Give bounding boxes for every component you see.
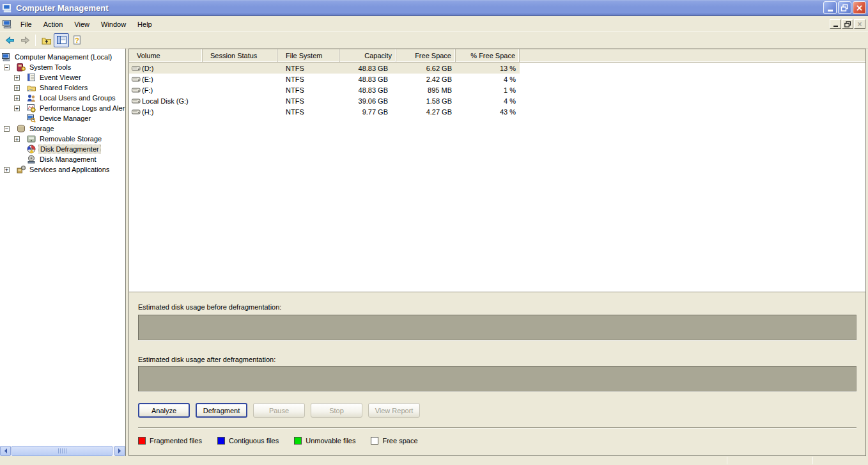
tree-item-event-viewer[interactable]: +Event Viewer: [0, 72, 125, 83]
tree-item-shared-folders[interactable]: +Shared Folders: [0, 83, 125, 93]
forward-arrow-icon: [20, 35, 30, 45]
menu-view[interactable]: View: [68, 19, 95, 30]
services-icon: [17, 165, 26, 174]
scrollbar-grip-icon: [58, 448, 66, 453]
close-button[interactable]: ×: [853, 1, 866, 14]
column-header-capacity[interactable]: Capacity: [340, 49, 396, 62]
mdi-minimize-button[interactable]: [830, 19, 841, 29]
defragmenter-panel: Estimated disk usage before defragmentat…: [129, 292, 865, 455]
console-window-icon: [3, 19, 12, 29]
tree-item-label: Shared Folders: [38, 84, 89, 91]
minimize-button[interactable]: [823, 1, 837, 14]
legend-contiguous-files: Contiguous files: [217, 437, 279, 445]
volume-label: (F:): [142, 86, 153, 94]
details-pane: VolumeSession StatusFile SystemCapacityF…: [128, 49, 866, 456]
tree-item-label: Event Viewer: [38, 74, 82, 81]
table-row-f[interactable]: (F:)NTFS48.83 GB895 MB1 %: [129, 84, 865, 95]
cell-capacity: 48.83 GB: [340, 63, 396, 74]
tree-item-computer-management-local[interactable]: Computer Management (Local): [0, 52, 125, 62]
tree-item-label: Computer Management (Local): [13, 53, 113, 61]
up-one-level-button[interactable]: [38, 33, 54, 47]
menu-action[interactable]: Action: [38, 19, 69, 30]
column-header-filler: [520, 49, 865, 62]
menu-help[interactable]: Help: [132, 19, 158, 30]
menu-file[interactable]: File: [15, 19, 38, 30]
tree-toggle-expand[interactable]: +: [14, 136, 20, 142]
column-header-file-system[interactable]: File System: [278, 49, 340, 62]
column-header-session-status[interactable]: Session Status: [203, 49, 278, 62]
tree-item-performance-logs-and-alerts[interactable]: +Performance Logs and Alerts: [0, 103, 125, 113]
tree-toggle-expand[interactable]: +: [14, 85, 20, 91]
tree-toggle-expand[interactable]: +: [14, 75, 20, 81]
scrollbar-track[interactable]: [11, 446, 114, 456]
tree-item-label: System Tools: [28, 63, 72, 71]
mdi-close-icon: ×: [857, 20, 862, 28]
disk-management-icon: [27, 155, 36, 164]
console-tree-button[interactable]: [54, 33, 69, 47]
scrollbar-thumb[interactable]: [12, 446, 112, 456]
cell-free_space: 2.42 GB: [396, 74, 456, 84]
tree-item-storage[interactable]: −Storage: [0, 123, 125, 134]
status-separator: [727, 457, 727, 464]
legend-free-space: Free space: [371, 437, 417, 445]
minimize-icon: [828, 10, 833, 12]
computer-management-window: Computer Management × FileActionViewWind…: [0, 0, 868, 465]
tree-item-label: Removable Storage: [38, 135, 103, 143]
help-button[interactable]: ?: [69, 33, 84, 47]
legend: Fragmented filesContiguous filesUnmovabl…: [138, 437, 433, 445]
removable-storage-icon: [27, 134, 36, 143]
volume-list-header: VolumeSession StatusFile SystemCapacityF…: [129, 49, 865, 63]
mdi-restore-button[interactable]: [842, 19, 853, 29]
tree-item-label: Storage: [28, 125, 56, 132]
tree-toggle-expand[interactable]: +: [4, 167, 10, 173]
column-header-free-space[interactable]: Free Space: [396, 49, 456, 62]
mdi-close-button: ×: [854, 19, 865, 29]
cell-pct_free_space: 43 %: [456, 106, 520, 117]
legend-label: Unmovable files: [306, 437, 355, 445]
tree-item-removable-storage[interactable]: +Removable Storage: [0, 134, 125, 144]
scroll-right-button[interactable]: [114, 446, 125, 456]
window-title: Computer Management: [16, 3, 108, 13]
toolbar: ?: [0, 32, 868, 49]
tree-toggle-collapse[interactable]: −: [4, 126, 10, 132]
back-button[interactable]: [2, 33, 17, 47]
tree-item-services-and-applications[interactable]: +Services and Applications: [0, 164, 125, 175]
menu-bar: FileActionViewWindowHelp ×: [0, 17, 868, 32]
tree-item-label: Services and Applications: [28, 166, 111, 173]
tree-toggle-expand[interactable]: +: [14, 95, 20, 101]
cell-free_space: 1.58 GB: [396, 95, 456, 106]
table-row-local-disk-g[interactable]: Local Disk (G:)NTFS39.06 GB1.58 GB4 %: [129, 95, 865, 106]
cell-session_status: [203, 63, 278, 74]
column-header-free-space[interactable]: % Free Space: [456, 49, 520, 62]
cell-volume: (E:): [129, 74, 203, 84]
event-viewer-icon: [27, 73, 36, 82]
folder-up-icon: [42, 35, 51, 45]
table-row-h[interactable]: (H:)NTFS9.77 GB4.27 GB43 %: [129, 106, 865, 117]
table-row-e[interactable]: (E:)NTFS48.83 GB2.42 GB4 %: [129, 74, 865, 84]
cell-file_system: NTFS: [278, 63, 340, 74]
tree-horizontal-scrollbar[interactable]: [0, 446, 125, 456]
tree-item-label: Disk Defragmenter: [38, 145, 101, 154]
defragment-button[interactable]: Defragment: [196, 403, 247, 418]
cell-volume: (F:): [129, 84, 203, 95]
title-bar: Computer Management ×: [0, 0, 868, 16]
cell-capacity: 48.83 GB: [340, 84, 396, 95]
menu-window[interactable]: Window: [95, 19, 132, 30]
mdi-restore-icon: [844, 21, 851, 28]
tree-item-system-tools[interactable]: −System Tools: [0, 62, 125, 72]
tree-toggle-collapse[interactable]: −: [4, 65, 10, 70]
tree-toggle-expand[interactable]: +: [14, 106, 20, 111]
tree-item-local-users-and-groups[interactable]: +Local Users and Groups: [0, 93, 125, 103]
scroll-left-button[interactable]: [0, 446, 11, 456]
restore-button[interactable]: [838, 1, 851, 14]
drive-icon: [132, 107, 141, 116]
cell-file_system: NTFS: [278, 74, 340, 84]
tree-item-disk-management[interactable]: Disk Management: [0, 154, 125, 164]
tree-item-disk-defragmenter[interactable]: Disk Defragmenter: [0, 144, 125, 154]
table-row-d[interactable]: (D:)NTFS48.83 GB6.62 GB13 %: [129, 63, 865, 74]
tree-item-device-manager[interactable]: Device Manager: [0, 113, 125, 123]
shared-folders-icon: [27, 83, 36, 92]
analyze-button[interactable]: Analyze: [138, 403, 190, 418]
volume-list: VolumeSession StatusFile SystemCapacityF…: [129, 49, 865, 292]
column-header-volume[interactable]: Volume: [129, 49, 203, 62]
